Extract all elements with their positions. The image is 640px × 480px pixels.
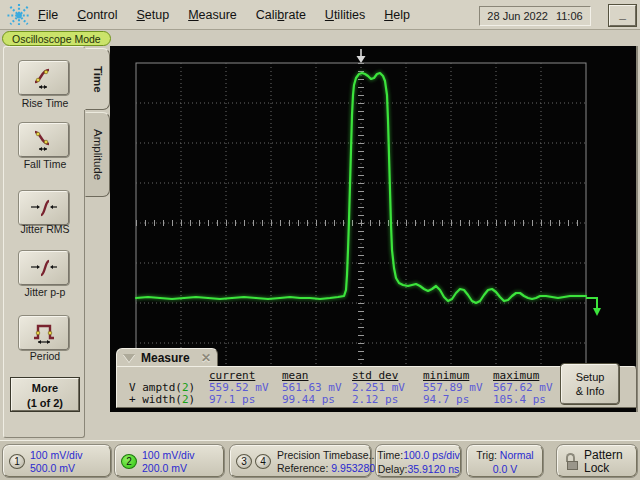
period-icon xyxy=(30,321,58,345)
menu-help[interactable]: Help xyxy=(384,8,410,22)
jitter-pp-button[interactable] xyxy=(19,251,69,285)
ground-marker-icon xyxy=(586,298,601,316)
datetime-display: 28 Jun 2022 11:06 xyxy=(479,6,591,26)
date-text: 28 Jun 2022 xyxy=(487,10,548,22)
trigger-mode: Trig: Normal xyxy=(468,448,542,462)
collapse-triangle-icon[interactable] xyxy=(123,354,135,362)
menu-setup[interactable]: Setup xyxy=(136,8,169,22)
close-icon[interactable]: ✕ xyxy=(201,351,211,365)
trigger-level: 0.0 V xyxy=(468,462,542,476)
fall-time-icon xyxy=(30,128,58,152)
measure-table: current mean std dev minimum maximum V a… xyxy=(116,366,637,408)
measure-panel-title: Measure xyxy=(141,351,190,365)
oscilloscope-app: File Control Setup Measure Calibrate Uti… xyxy=(0,0,640,480)
channel1-offset: 500.0 mV xyxy=(30,462,83,475)
rise-time-label: Rise Time xyxy=(4,97,86,109)
tab-amplitude[interactable]: Amplitude xyxy=(85,112,110,197)
minimize-button[interactable]: _ xyxy=(609,5,636,26)
menu-calibrate[interactable]: Calibrate xyxy=(256,8,306,22)
timebase-scale-button[interactable]: Time:100.0 ps/div Delay:35.9120 ns xyxy=(376,445,461,477)
channel1-badge: 1 xyxy=(9,454,25,469)
row2-current: 97.1 ps xyxy=(209,393,255,406)
channel2-button[interactable]: 2 100 mV/div 200.0 mV xyxy=(115,445,224,477)
time-per-div: Time:100.0 ps/div xyxy=(377,448,460,462)
tab-time[interactable]: Time xyxy=(85,48,110,110)
jitter-rms-label: Jitter RMS xyxy=(4,223,86,235)
trigger-marker-icon xyxy=(357,49,366,63)
period-button[interactable] xyxy=(19,316,69,350)
fall-time-label: Fall Time xyxy=(4,158,86,170)
row2-maximum: 105.4 ps xyxy=(493,393,546,406)
sidebar-panel: Rise Time Fall Time xyxy=(3,46,85,438)
jitter-rms-button[interactable] xyxy=(19,191,69,225)
pattern-lock-button[interactable]: Pattern Lock xyxy=(557,445,637,477)
period-label: Period xyxy=(4,350,86,362)
row2-stddev: 2.12 ps xyxy=(352,393,398,406)
channel1-scale: 100 mV/div xyxy=(30,449,83,462)
menu-control[interactable]: Control xyxy=(77,8,117,22)
row2-mean: 99.44 ps xyxy=(282,393,335,406)
agilent-logo-icon xyxy=(6,3,32,28)
row2-minimum: 94.7 ps xyxy=(423,393,469,406)
channel3-badge[interactable]: 3 xyxy=(236,454,252,469)
channel2-offset: 200.0 mV xyxy=(142,462,195,475)
jitter-pp-icon xyxy=(29,257,59,279)
jitter-rms-icon xyxy=(29,197,59,219)
channel4-badge[interactable]: 4 xyxy=(255,454,271,469)
rise-time-button[interactable] xyxy=(19,61,69,95)
status-bar: 1 100 mV/div 500.0 mV 2 100 mV/div 200.0… xyxy=(0,440,640,480)
trigger-button[interactable]: Trig: Normal 0.0 V xyxy=(467,445,543,477)
menu-utilities[interactable]: Utilities xyxy=(325,8,365,22)
menu-bar: File Control Setup Measure Calibrate Uti… xyxy=(0,0,640,30)
measure-panel: Measure ✕ current mean std dev minimum m… xyxy=(116,348,637,408)
mode-label: Oscilloscope Mode xyxy=(2,31,111,46)
setup-info-button[interactable]: Setup & Info xyxy=(561,364,619,404)
channel1-button[interactable]: 1 100 mV/div 500.0 mV xyxy=(3,445,111,477)
jitter-pp-label: Jitter p-p xyxy=(4,286,86,298)
channel2-scale: 100 mV/div xyxy=(142,449,195,462)
lock-icon xyxy=(566,453,579,470)
fall-time-button[interactable] xyxy=(19,123,69,157)
channel2-badge: 2 xyxy=(121,454,137,469)
more-measurements-button[interactable]: More (1 of 2) xyxy=(11,378,79,411)
row2-label: + width(2) xyxy=(129,393,195,406)
rise-time-icon xyxy=(30,66,58,90)
delay-value: Delay:35.9120 ns xyxy=(377,462,460,476)
graticule xyxy=(136,63,586,383)
time-text: 11:06 xyxy=(556,10,583,22)
menu-measure[interactable]: Measure xyxy=(188,8,237,22)
measure-panel-tab[interactable]: Measure ✕ xyxy=(116,348,218,368)
menu-file[interactable]: File xyxy=(38,8,58,22)
precision-timebase-button[interactable]: 3 4 Precision Timebase... Reference: 9.9… xyxy=(230,445,371,477)
